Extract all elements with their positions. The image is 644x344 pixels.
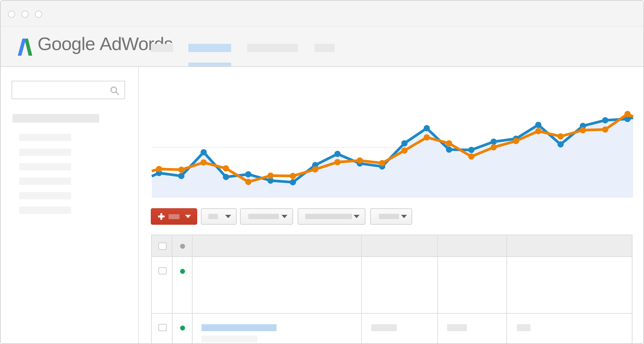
add-campaign-button[interactable] bbox=[151, 208, 197, 225]
search-icon bbox=[110, 86, 119, 95]
series-orange-point bbox=[513, 138, 519, 144]
chevron-down-icon bbox=[401, 215, 407, 218]
sidebar-item-placeholder[interactable] bbox=[19, 192, 71, 199]
series-blue-point bbox=[424, 125, 430, 131]
sidebar-item-placeholder[interactable] bbox=[19, 149, 71, 156]
maximize-window-icon[interactable] bbox=[35, 11, 42, 18]
window-titlebar bbox=[1, 1, 643, 27]
campaign-link-placeholder[interactable] bbox=[201, 324, 277, 331]
series-orange-point bbox=[201, 159, 207, 166]
header-select-cell bbox=[152, 235, 173, 256]
nav-tab-1[interactable] bbox=[151, 44, 173, 52]
series-blue-point bbox=[223, 174, 229, 180]
series-orange-point bbox=[401, 147, 408, 154]
series-blue-point bbox=[401, 140, 408, 146]
table-header-row bbox=[152, 235, 632, 257]
row-metric3-cell bbox=[507, 257, 632, 313]
row-metric2-cell bbox=[438, 257, 507, 313]
series-blue-point bbox=[335, 151, 341, 157]
series-orange-point bbox=[535, 128, 541, 134]
series-orange-point bbox=[245, 179, 252, 185]
series-blue-point bbox=[557, 141, 564, 148]
sidebar-item-placeholder[interactable] bbox=[19, 134, 71, 141]
sidebar bbox=[1, 67, 139, 344]
campaign-table bbox=[151, 235, 632, 344]
series-orange-point bbox=[424, 134, 430, 140]
series-orange-point bbox=[379, 160, 385, 166]
nav-tab-2-active[interactable] bbox=[188, 44, 231, 52]
header-name-cell bbox=[193, 235, 362, 256]
chevron-down-icon bbox=[185, 215, 191, 218]
sidebar-item-placeholder[interactable] bbox=[19, 163, 71, 170]
nav-tab-3[interactable] bbox=[247, 44, 298, 52]
row-select-cell bbox=[152, 314, 173, 344]
series-blue-point bbox=[245, 171, 252, 177]
series-blue-point bbox=[535, 122, 541, 128]
series-blue-point bbox=[290, 179, 296, 186]
row-metric1-cell bbox=[362, 257, 438, 313]
series-orange-point bbox=[357, 157, 363, 163]
row-status-cell bbox=[173, 257, 193, 313]
series-orange-point bbox=[178, 167, 184, 173]
close-window-icon[interactable] bbox=[8, 11, 15, 18]
sidebar-section-header-placeholder bbox=[13, 114, 99, 123]
app-header: GoogleAdWords bbox=[1, 27, 643, 67]
header-metric2-cell bbox=[438, 235, 507, 256]
series-blue-point bbox=[201, 149, 207, 155]
minimize-window-icon[interactable] bbox=[21, 11, 29, 18]
status-dot-icon bbox=[180, 244, 185, 249]
series-orange-point bbox=[267, 173, 274, 179]
row-name-cell bbox=[193, 257, 362, 313]
series-orange-point bbox=[580, 127, 586, 133]
header-metric3-cell bbox=[507, 235, 632, 256]
row-select-cell bbox=[152, 257, 173, 313]
series-orange-point bbox=[491, 144, 497, 150]
row-checkbox[interactable] bbox=[158, 324, 167, 331]
plus-icon bbox=[158, 213, 165, 220]
series-orange-point bbox=[624, 111, 631, 117]
sidebar-item-placeholder[interactable] bbox=[19, 178, 71, 185]
table-row bbox=[152, 257, 632, 314]
header-metric1-cell bbox=[362, 235, 438, 256]
series-orange-point bbox=[468, 154, 474, 160]
brand-google: Google bbox=[38, 33, 95, 54]
metric-placeholder bbox=[517, 324, 530, 331]
row-metric3-cell bbox=[507, 314, 632, 344]
series-blue-point bbox=[491, 139, 497, 145]
series-orange-point bbox=[335, 159, 341, 165]
select-all-checkbox[interactable] bbox=[158, 243, 167, 250]
campaign-subtext-placeholder bbox=[201, 335, 257, 342]
dropdown-3-label-placeholder bbox=[305, 214, 352, 219]
chevron-down-icon bbox=[282, 215, 287, 218]
dropdown-button-1[interactable] bbox=[201, 208, 237, 225]
series-orange-point bbox=[223, 165, 229, 172]
row-checkbox[interactable] bbox=[158, 267, 167, 274]
sidebar-item-placeholder[interactable] bbox=[19, 207, 71, 214]
search-input[interactable] bbox=[12, 81, 125, 99]
performance-chart bbox=[152, 109, 633, 198]
dropdown-button-2[interactable] bbox=[240, 208, 293, 225]
status-enabled-icon bbox=[180, 326, 185, 330]
table-row bbox=[152, 314, 632, 344]
chevron-down-icon bbox=[354, 215, 360, 218]
status-enabled-icon bbox=[180, 269, 185, 274]
series-orange-point bbox=[290, 173, 296, 179]
adwords-logo-icon bbox=[18, 38, 32, 56]
dropdown-4-label-placeholder bbox=[379, 214, 399, 219]
series-orange-point bbox=[156, 166, 162, 172]
dropdown-2-label-placeholder bbox=[248, 214, 279, 219]
header-status-cell bbox=[173, 235, 193, 256]
series-orange-point bbox=[557, 133, 564, 140]
series-orange-point bbox=[446, 140, 452, 146]
main-content bbox=[139, 67, 643, 344]
browser-window: GoogleAdWords bbox=[0, 0, 644, 344]
series-blue-point bbox=[178, 173, 184, 179]
row-name-cell bbox=[193, 314, 362, 344]
series-blue-point bbox=[602, 117, 608, 123]
series-blue-point bbox=[446, 146, 452, 153]
dropdown-button-4[interactable] bbox=[370, 208, 412, 225]
nav-tab-4[interactable] bbox=[314, 44, 335, 52]
row-metric2-cell bbox=[438, 314, 507, 344]
dropdown-button-3[interactable] bbox=[298, 208, 365, 225]
dropdown-1-label-placeholder bbox=[208, 214, 218, 219]
